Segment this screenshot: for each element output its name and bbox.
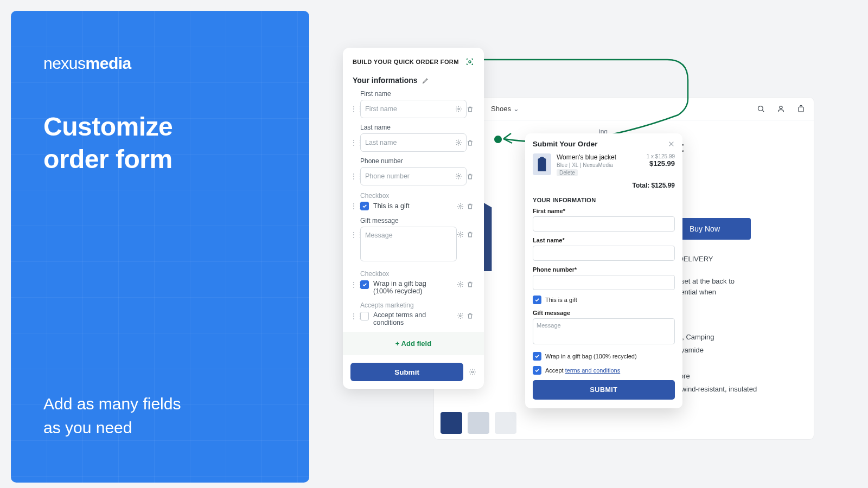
gear-icon[interactable] [457,312,467,319]
terms-checkbox[interactable] [360,312,369,320]
gear-icon[interactable] [455,173,462,180]
subheadline: Add as many fields as you need [43,392,181,439]
submit-order-button[interactable]: SUBMIT [533,380,675,400]
cart-item: Women's blue jacket Blue | XL | NexusMed… [533,153,675,176]
submit-button[interactable]: Submit [350,363,463,381]
nav-shoes[interactable]: Shoes⌄ [491,105,519,113]
section-title: Your informations [353,76,418,85]
drag-handle-icon[interactable]: ⋮⋮ [350,312,360,320]
first-name-input[interactable] [360,100,467,118]
svg-point-6 [458,108,459,110]
gift-message-input[interactable] [533,318,675,344]
drag-handle-icon[interactable]: ⋮⋮ [350,172,360,180]
preview-icon[interactable] [465,57,474,66]
drag-handle-icon[interactable]: ⋮⋮ [350,231,360,239]
cart-item-name: Women's blue jacket [557,153,641,161]
account-icon[interactable] [777,105,785,113]
drag-handle-icon[interactable]: ⋮⋮ [350,139,360,146]
checkbox-label: Accept terms and conditions [545,367,620,374]
field-sublabel: Accepts marketing [360,301,476,309]
product-thumbnail [533,153,551,175]
svg-point-8 [458,175,459,177]
field-label: Phone number* [533,266,675,273]
gear-icon[interactable] [457,231,467,238]
svg-point-10 [459,234,461,235]
trash-icon[interactable] [467,231,476,238]
drag-handle-icon[interactable]: ⋮⋮ [350,105,360,113]
delete-item-button[interactable]: Delete [557,169,578,176]
modal-title: Submit Your Order [533,140,598,148]
gift-message-input[interactable] [360,227,457,261]
chevron-down-icon: ⌄ [513,105,519,113]
form-builder-panel: BUILD YOUR QUICK ORDER FORM Your informa… [343,48,484,389]
checkbox-label: Wrap in a gift bag (100% recycled) [545,353,637,359]
gear-icon[interactable] [455,139,462,146]
gear-icon[interactable] [457,281,467,288]
svg-point-1 [780,106,782,109]
thumbnail[interactable] [441,412,462,434]
order-total: Total: $125.99 [533,182,675,189]
store-navbar: Clothes⌄ Shoes⌄ [434,98,814,120]
brand-logo: nexusmedia [43,54,277,73]
gift-checkbox[interactable] [360,202,369,210]
field-label: Last name* [533,237,675,243]
phone-input[interactable] [360,167,467,185]
field-label: Last name [360,124,476,131]
modal-section-title: YOUR INFORMATION [533,197,675,203]
thumbnail[interactable] [495,412,516,434]
gear-icon[interactable] [469,368,476,376]
trash-icon[interactable] [467,312,476,319]
terms-link[interactable]: terms and conditions [565,367,621,374]
svg-point-11 [459,284,461,285]
wrap-checkbox[interactable] [360,280,369,289]
field-label: First name [360,90,476,98]
svg-rect-2 [799,107,803,112]
thumbnail[interactable] [468,412,489,434]
wrap-checkbox[interactable] [533,352,541,361]
phone-input[interactable] [533,275,675,290]
logo-thin: nexus [43,54,86,72]
tab-delivery[interactable]: DELIVERY [678,255,713,267]
field-label: Gift message [533,310,675,316]
drag-handle-icon[interactable]: ⋮⋮ [350,202,360,210]
promo-panel: nexusmedia Customize order form Add as m… [11,11,309,483]
svg-point-13 [471,371,474,373]
search-icon[interactable] [757,105,765,113]
cart-item-meta: Blue | XL | NexusMedia [557,162,641,168]
trash-icon[interactable] [467,203,476,210]
thumbnail-row [441,412,516,434]
svg-point-12 [459,315,461,317]
trash-icon[interactable] [467,106,476,113]
logo-bold: media [86,54,131,72]
last-name-input[interactable] [360,133,467,152]
headline: Customize order form [43,111,277,176]
terms-checkbox[interactable] [533,366,541,375]
field-label: First name* [533,208,675,214]
gift-checkbox[interactable] [533,296,541,304]
item-price: $125.99 [647,159,675,168]
gear-icon[interactable] [455,106,462,113]
trash-icon[interactable] [467,139,476,146]
svg-point-0 [758,106,763,111]
field-sublabel: Checkbox [360,270,476,278]
gear-icon[interactable] [457,203,467,210]
field-label: Phone number [360,157,476,165]
drag-handle-icon[interactable]: ⋮⋮ [350,281,360,288]
bag-icon[interactable] [797,105,805,113]
svg-point-5 [469,61,471,63]
first-name-input[interactable] [533,216,675,232]
field-label: Gift message [360,217,476,224]
checkbox-label: This is a gift [373,202,410,210]
trash-icon[interactable] [467,281,476,288]
svg-point-9 [459,205,461,207]
checkbox-label: This is a gift [545,297,577,303]
trash-icon[interactable] [467,173,476,180]
close-icon[interactable] [668,140,675,147]
last-name-input[interactable] [533,246,675,261]
add-field-button[interactable]: + Add field [343,332,484,355]
edit-icon[interactable] [422,77,429,84]
submit-order-modal: Submit Your Order Women's blue jacket Bl… [525,133,682,408]
qty-price: 1 x $125.99 [647,153,675,159]
field-sublabel: Checkbox [360,192,476,200]
svg-point-7 [458,142,459,143]
